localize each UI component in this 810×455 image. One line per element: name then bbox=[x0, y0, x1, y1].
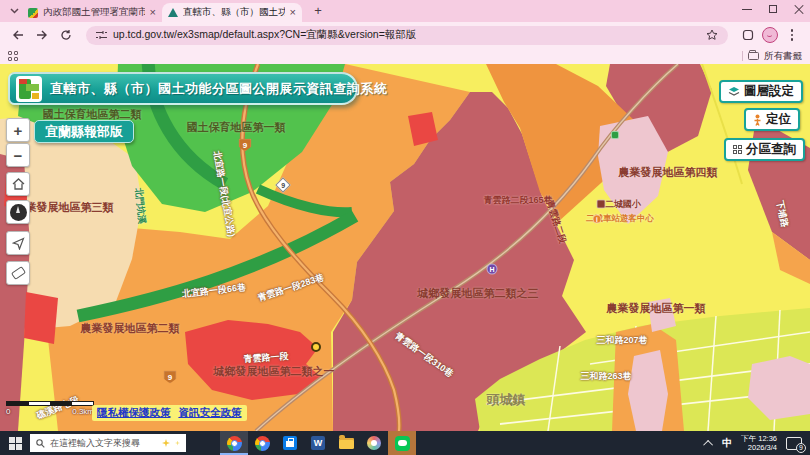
menu-kebab-icon[interactable] bbox=[782, 25, 802, 45]
site-banner: 直轄市、縣（市）國土功能分區圖公開展示資訊查詢系統 bbox=[8, 72, 358, 105]
person-icon bbox=[753, 114, 762, 126]
policy-links: 隱私權保護政策 資訊安全政策 bbox=[92, 405, 247, 421]
start-button[interactable] bbox=[0, 431, 30, 455]
taskbar-apps: W bbox=[192, 431, 416, 455]
locate-button[interactable] bbox=[6, 231, 30, 255]
zoom-out-button[interactable]: − bbox=[6, 143, 30, 167]
privacy-policy-link[interactable]: 隱私權保護政策 bbox=[97, 406, 171, 420]
layers-icon bbox=[728, 86, 740, 97]
browser-window: 內政部國土管理署宜蘭市、縣（ × 直轄市、縣（市）國土功能分 × + bbox=[0, 0, 810, 431]
green-marker-icon bbox=[611, 131, 619, 139]
address-bar[interactable]: up.tcd.gov.tw/ex3smap/default.aspx?CN=宜蘭… bbox=[86, 26, 728, 45]
home-icon bbox=[12, 178, 25, 190]
paint-icon bbox=[367, 436, 381, 450]
bookmark-star-icon[interactable] bbox=[706, 29, 718, 41]
close-button[interactable] bbox=[794, 4, 804, 14]
visitor-marker-icon: i bbox=[593, 215, 602, 224]
shield-marker-icon: 9 bbox=[164, 371, 177, 384]
zone-query-button[interactable]: 分區查詢 bbox=[724, 138, 805, 161]
new-tab-button[interactable]: + bbox=[310, 3, 326, 19]
compass-icon bbox=[10, 204, 27, 221]
extensions-icon[interactable] bbox=[738, 25, 758, 45]
word-icon: W bbox=[311, 436, 325, 450]
minimize-button[interactable] bbox=[742, 4, 752, 14]
chrome-icon bbox=[227, 436, 242, 451]
windows-logo-icon bbox=[9, 437, 22, 450]
clock-date: 2026/3/4 bbox=[741, 443, 777, 452]
search-highlights-icon bbox=[175, 441, 180, 446]
map-scale: 0 0.3km bbox=[6, 401, 94, 416]
tray-expand-icon[interactable] bbox=[703, 439, 713, 449]
bookmarks-bar: 所有書籤 bbox=[0, 48, 810, 64]
url-text: up.tcd.gov.tw/ex3smap/default.aspx?CN=宜蘭… bbox=[113, 28, 416, 42]
line-taskbar-icon[interactable] bbox=[388, 431, 416, 455]
ime-indicator[interactable]: 中 bbox=[722, 436, 732, 450]
tab-zoning-map[interactable]: 直轄市、縣（市）國土功能分 × bbox=[162, 3, 302, 22]
store-icon bbox=[283, 436, 297, 450]
locate-me-label: 定位 bbox=[766, 111, 791, 128]
agency-logo-icon bbox=[16, 76, 42, 102]
scale-max: 0.3km bbox=[72, 407, 94, 416]
layer-settings-label: 圖層設定 bbox=[744, 83, 794, 100]
eraser-button[interactable] bbox=[6, 261, 30, 285]
clock-time: 下午 12:36 bbox=[741, 434, 777, 443]
word-taskbar-icon[interactable]: W bbox=[304, 431, 332, 455]
diamond-marker-icon: 9 bbox=[275, 177, 291, 193]
chrome-icon bbox=[255, 436, 270, 451]
profile-avatar[interactable] bbox=[762, 27, 778, 43]
chrome-taskbar-icon[interactable] bbox=[248, 431, 276, 455]
map-canvas[interactable]: 國土保育地區第二類國土保育地區第一類農業發展地區第三類農業發展地區第二類農業發展… bbox=[0, 64, 810, 431]
tab-close-icon[interactable]: × bbox=[150, 7, 156, 18]
grid-icon bbox=[733, 145, 742, 154]
locate-arrow-icon bbox=[12, 237, 25, 250]
reload-icon[interactable] bbox=[56, 25, 76, 45]
zone-query-label: 分區查詢 bbox=[746, 141, 796, 158]
store-taskbar-icon[interactable] bbox=[276, 431, 304, 455]
paint-taskbar-icon[interactable] bbox=[360, 431, 388, 455]
tab-close-icon[interactable]: × bbox=[290, 7, 296, 18]
taskbar-clock[interactable]: 下午 12:36 2026/3/4 bbox=[741, 434, 777, 452]
site-settings-icon[interactable] bbox=[96, 30, 107, 40]
security-policy-link[interactable]: 資訊安全政策 bbox=[179, 406, 242, 420]
tab-gov-site[interactable]: 內政部國土管理署宜蘭市、縣（ × bbox=[22, 3, 162, 22]
shield-marker-icon: 9 bbox=[239, 139, 252, 152]
home-button[interactable] bbox=[6, 172, 30, 196]
bookmarks-folder-icon bbox=[748, 52, 759, 60]
chevron-down-icon[interactable] bbox=[6, 3, 22, 19]
forward-icon[interactable] bbox=[32, 25, 52, 45]
page-title: 直轄市、縣（市）國土功能分區圖公開展示資訊查詢系統 bbox=[50, 80, 388, 98]
locate-me-button[interactable]: 定位 bbox=[744, 108, 800, 131]
task-view-taskbar-icon[interactable] bbox=[192, 431, 220, 455]
compass-button[interactable] bbox=[6, 200, 30, 224]
school-marker-icon bbox=[597, 200, 606, 209]
divider bbox=[742, 51, 743, 61]
search-icon bbox=[36, 439, 45, 448]
browser-toolbar: up.tcd.gov.tw/ex3smap/default.aspx?CN=宜蘭… bbox=[0, 22, 810, 48]
apps-grid-icon[interactable] bbox=[8, 51, 18, 61]
file-explorer-icon bbox=[339, 438, 354, 449]
search-placeholder: 在這裡輸入文字來搜尋 bbox=[50, 437, 157, 450]
tab-title: 直轄市、縣（市）國土功能分 bbox=[183, 6, 285, 19]
dot-marker-icon bbox=[311, 342, 321, 352]
search-highlights-icon bbox=[162, 439, 170, 447]
version-button[interactable]: 宜蘭縣報部版 bbox=[34, 120, 134, 143]
window-controls bbox=[742, 4, 804, 14]
all-bookmarks-label[interactable]: 所有書籤 bbox=[764, 50, 802, 63]
layer-settings-button[interactable]: 圖層設定 bbox=[719, 80, 803, 103]
hospital-marker-icon: H bbox=[487, 264, 498, 275]
gov-favicon-icon bbox=[28, 8, 38, 18]
chrome-taskbar-icon[interactable] bbox=[220, 431, 248, 455]
file-explorer-taskbar-icon[interactable] bbox=[332, 431, 360, 455]
taskbar-search[interactable]: 在這裡輸入文字來搜尋 bbox=[30, 434, 186, 452]
zoom-in-button[interactable]: + bbox=[6, 118, 30, 142]
scale-min: 0 bbox=[6, 407, 10, 416]
back-icon[interactable] bbox=[8, 25, 28, 45]
screen: 內政部國土管理署宜蘭市、縣（ × 直轄市、縣（市）國土功能分 × + bbox=[0, 0, 810, 455]
tab-strip: 內政部國土管理署宜蘭市、縣（ × 直轄市、縣（市）國土功能分 × + bbox=[0, 0, 810, 22]
line-icon bbox=[395, 436, 410, 451]
maximize-button[interactable] bbox=[768, 4, 778, 14]
notification-badge: 9 bbox=[796, 443, 806, 453]
tab-title: 內政部國土管理署宜蘭市、縣（ bbox=[43, 6, 145, 19]
map-favicon-icon bbox=[168, 8, 178, 17]
notification-icon[interactable]: 9 bbox=[786, 437, 802, 450]
